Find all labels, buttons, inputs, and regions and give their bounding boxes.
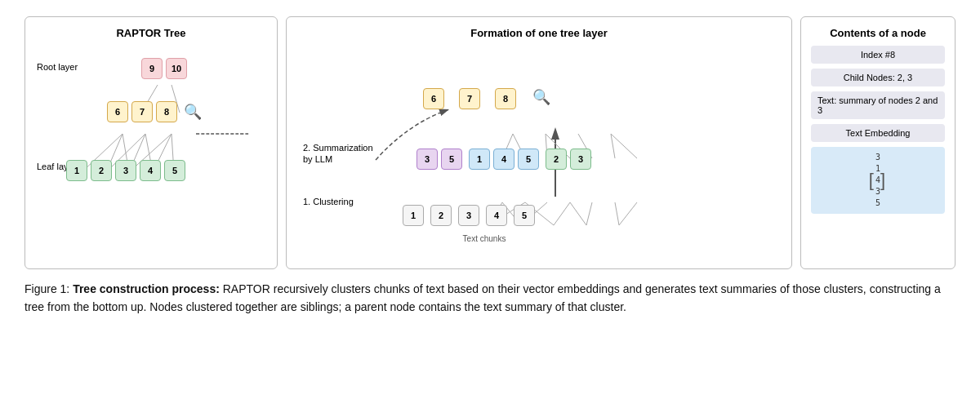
bottom-node-2: 2 bbox=[430, 205, 452, 226]
svg-line-18 bbox=[611, 134, 615, 158]
magnifier-icon: 🔍 bbox=[184, 103, 202, 121]
mid-node-3a: 3 bbox=[416, 149, 438, 170]
mid-nodes-row: 3 5 1 4 5 2 3 bbox=[416, 149, 591, 170]
contents-embed-label: Text Embedding bbox=[811, 124, 945, 142]
formation-top-6: 6 bbox=[423, 88, 444, 109]
mid-node-1a: 1 bbox=[469, 149, 490, 170]
raptor-title: RAPTOR Tree bbox=[35, 27, 267, 39]
mid-node-7: 7 bbox=[131, 101, 153, 122]
text-chunks-label: Text chunks bbox=[403, 234, 566, 243]
contents-text: Text: summary of nodes 2 and 3 bbox=[811, 91, 945, 119]
formation-title: Formation of one tree layer bbox=[296, 27, 782, 39]
mid-node-2a: 2 bbox=[546, 149, 567, 170]
svg-line-28 bbox=[615, 202, 619, 225]
caption-bold: Tree construction process: bbox=[73, 282, 220, 295]
bottom-nodes-row: 1 2 3 4 5 bbox=[403, 205, 535, 226]
leaf-node-3: 3 bbox=[115, 160, 136, 181]
svg-line-27 bbox=[586, 202, 592, 225]
mid-node-4a: 4 bbox=[493, 149, 514, 170]
main-container: RAPTOR Tree bbox=[0, 0, 980, 408]
formation-top-7: 7 bbox=[459, 88, 480, 109]
formation-magnifier-icon: 🔍 bbox=[532, 88, 550, 109]
mid-node-6: 6 bbox=[107, 101, 128, 122]
svg-line-26 bbox=[570, 202, 586, 225]
svg-line-29 bbox=[619, 202, 637, 225]
bottom-node-1: 1 bbox=[403, 205, 424, 226]
svg-line-19 bbox=[611, 134, 637, 158]
root-node-9: 9 bbox=[141, 58, 163, 79]
panel-raptor: RAPTOR Tree bbox=[24, 16, 278, 269]
leaf-node-2: 2 bbox=[91, 160, 112, 181]
contents-title: Contents of a node bbox=[811, 27, 945, 39]
caption-prefix: Figure 1: bbox=[24, 282, 73, 295]
raptor-inner: Root layer 9 10 6 7 8 🔍 Leaf layer 1 bbox=[35, 46, 267, 242]
summarization-label: 2. Summarizationby LLM bbox=[303, 142, 376, 166]
root-node-10: 10 bbox=[166, 58, 187, 79]
figure-caption: Figure 1: Tree construction process: RAP… bbox=[24, 281, 956, 316]
contents-child-nodes: Child Nodes: 2, 3 bbox=[811, 69, 945, 86]
bottom-node-4: 4 bbox=[486, 205, 507, 226]
mid-node-8: 8 bbox=[156, 101, 177, 122]
bottom-node-3: 3 bbox=[458, 205, 479, 226]
diagram-row: RAPTOR Tree bbox=[24, 16, 956, 269]
svg-line-25 bbox=[554, 202, 570, 225]
panel-formation: Formation of one tree layer bbox=[286, 16, 792, 269]
mid-node-3b: 3 bbox=[570, 149, 591, 170]
contents-embed-vector: [ 3 1 4 3 5 ] bbox=[811, 147, 945, 214]
bottom-node-5: 5 bbox=[514, 205, 535, 226]
top-nodes-row: 6 7 8 🔍 bbox=[423, 88, 550, 109]
leaf-node-4: 4 bbox=[140, 160, 161, 181]
svg-marker-12 bbox=[551, 127, 559, 140]
bracket-left: [ bbox=[869, 171, 874, 189]
formation-inner: 6 7 8 🔍 3 5 1 4 5 2 3 1 bbox=[296, 46, 782, 254]
contents-index: Index #8 bbox=[811, 46, 945, 64]
bracket-right: ] bbox=[880, 171, 885, 189]
leaf-node-1: 1 bbox=[66, 160, 87, 181]
formation-top-8: 8 bbox=[495, 88, 516, 109]
clustering-label: 1. Clustering bbox=[303, 197, 354, 206]
leaf-node-5: 5 bbox=[164, 160, 185, 181]
mid-node-5a: 5 bbox=[441, 149, 462, 170]
mid-node-5b: 5 bbox=[518, 149, 539, 170]
panel-contents: Contents of a node Index #8 Child Nodes:… bbox=[800, 16, 956, 269]
root-layer-label: Root layer bbox=[37, 62, 78, 72]
